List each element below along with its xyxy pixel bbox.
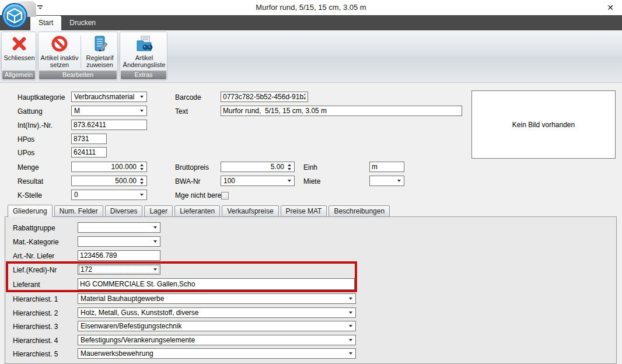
spinner-up-icon[interactable] bbox=[140, 164, 144, 166]
label-upos: UPos bbox=[18, 149, 34, 157]
regietarif-zuweisen-button[interactable]: Regietarif zuweisen bbox=[82, 33, 118, 69]
dropdown-arrow-icon[interactable] bbox=[138, 191, 146, 199]
dropdown-arrow-icon[interactable] bbox=[151, 237, 159, 246]
spinner-up-icon[interactable] bbox=[140, 178, 144, 180]
folder-binoculars-icon bbox=[135, 34, 153, 53]
field-miete[interactable] bbox=[369, 176, 404, 186]
ribbon-group-allgemein-caption: Allgemein bbox=[2, 71, 35, 79]
tab-num-felder[interactable]: Num. Felder bbox=[54, 205, 103, 217]
tab-diverses[interactable]: Diverses bbox=[105, 205, 143, 217]
label-bruttopreis: Bruttopreis bbox=[175, 163, 209, 172]
field-hierarchiest-5-value: Mauerwerksbewehrung bbox=[81, 349, 153, 358]
field-menge[interactable]: 100.000 bbox=[71, 162, 147, 172]
artikel-aenderungsliste-button[interactable]: Artikel Änderungsliste bbox=[120, 33, 168, 69]
ribbon: Schliessen Allgemein Artikel inaktiv set… bbox=[0, 30, 622, 83]
field-hierarchiest-1-value: Material Bauhauptgewerbe bbox=[81, 295, 164, 303]
field-hauptkategorie-value: Verbrauchsmaterial bbox=[74, 93, 134, 101]
label-mge-nicht-berec: Mge nicht berec bbox=[175, 191, 225, 200]
dropdown-arrow-icon[interactable] bbox=[285, 177, 293, 185]
field-lief-kredi-nr[interactable]: 172 bbox=[78, 264, 160, 275]
field-gattung-value: M bbox=[74, 107, 80, 115]
close-window-button[interactable]: ✕ bbox=[603, 1, 617, 14]
field-hierarchiest-3[interactable]: Eisenwaren/Befestigungstechnik bbox=[78, 321, 356, 331]
field-hierarchiest-5[interactable]: Mauerwerksbewehrung bbox=[78, 348, 356, 359]
field-art-nr-liefer[interactable] bbox=[78, 250, 160, 261]
image-placeholder-text: Kein Bild vorhanden bbox=[512, 121, 575, 129]
dropdown-arrow-icon[interactable] bbox=[395, 177, 403, 185]
label-int-inv-nr: Int(Inv).-Nr. bbox=[18, 121, 53, 130]
field-lief-kredi-nr-value: 172 bbox=[81, 265, 92, 274]
ribbon-group-extras-caption: Extras bbox=[121, 71, 166, 79]
artikel-inaktiv-setzen-button[interactable]: Artikel inaktiv setzen bbox=[39, 33, 80, 69]
field-gattung[interactable]: M bbox=[71, 106, 147, 116]
field-hierarchiest-1[interactable]: Material Bauhauptgewerbe bbox=[78, 293, 356, 304]
app-window: Murfor rund, 5/15, 15 cm, 3.05 m ✕ Start… bbox=[0, 0, 622, 364]
spinner-down-icon[interactable] bbox=[140, 182, 144, 184]
field-int-inv-nr[interactable] bbox=[71, 120, 147, 130]
field-k-stelle[interactable]: 0 bbox=[71, 190, 147, 200]
field-einh[interactable] bbox=[369, 162, 404, 172]
ribbon-group-bearbeiten-caption: Bearbeiten bbox=[39, 71, 117, 79]
field-mat-kategorie[interactable] bbox=[78, 236, 160, 247]
artikel-inaktiv-setzen-label: Artikel inaktiv setzen bbox=[39, 54, 80, 68]
field-upos[interactable] bbox=[71, 147, 107, 158]
tab-verkaufspreise[interactable]: Verkaufspreise bbox=[222, 205, 278, 217]
label-gattung: Gattung bbox=[18, 107, 43, 116]
dropdown-arrow-icon[interactable] bbox=[347, 336, 355, 344]
field-text[interactable] bbox=[221, 106, 462, 116]
tab-gliederung[interactable]: Gliederung bbox=[8, 205, 53, 217]
field-hauptkategorie[interactable]: Verbrauchsmaterial bbox=[71, 92, 147, 102]
tab-preise-mat[interactable]: Preise MAT bbox=[281, 205, 327, 217]
dropdown-arrow-icon[interactable] bbox=[347, 295, 355, 303]
notebook-pencil-icon bbox=[90, 34, 109, 53]
tab-beschreibungen[interactable]: Beschreibungen bbox=[329, 205, 390, 217]
spinner-down-icon[interactable] bbox=[288, 168, 291, 170]
tab-lieferanten[interactable]: Lieferanten bbox=[174, 205, 220, 217]
label-hpos: HPos bbox=[18, 135, 34, 144]
dropdown-arrow-icon[interactable] bbox=[151, 265, 159, 274]
field-hpos[interactable] bbox=[71, 134, 107, 144]
schliessen-button[interactable]: Schliessen bbox=[2, 33, 37, 69]
app-logo-icon[interactable] bbox=[1, 2, 28, 29]
field-barcode[interactable] bbox=[221, 92, 308, 102]
field-menge-value: 100.000 bbox=[74, 163, 137, 171]
dropdown-arrow-icon[interactable] bbox=[347, 322, 355, 330]
mge-nicht-berec-checkbox[interactable] bbox=[221, 192, 229, 200]
artikel-aenderungsliste-label: Artikel Änderungsliste bbox=[120, 54, 168, 68]
field-bruttopreis[interactable]: 5.00 bbox=[221, 162, 295, 172]
spinner-icons bbox=[138, 176, 145, 186]
window-title: Murfor rund, 5/15, 15 cm, 3.05 m bbox=[0, 3, 622, 12]
dropdown-arrow-icon[interactable] bbox=[138, 93, 146, 101]
field-lieferant[interactable] bbox=[78, 278, 355, 290]
ribbon-group-extras: Artikel Änderungsliste Extras bbox=[120, 32, 167, 80]
label-barcode: Barcode bbox=[175, 93, 201, 102]
field-hierarchiest-4-value: Befestigungs/Verankerungselemente bbox=[81, 336, 195, 344]
regietarif-zuweisen-label: Regietarif zuweisen bbox=[82, 54, 118, 68]
label-einh: Einh bbox=[303, 163, 317, 172]
label-text: Text bbox=[175, 107, 188, 116]
ribbon-tab-bar: Start Drucken bbox=[0, 15, 622, 30]
dropdown-arrow-icon[interactable] bbox=[151, 223, 159, 232]
tab-lager[interactable]: Lager bbox=[144, 205, 173, 217]
field-hierarchiest-4[interactable]: Befestigungs/Verankerungselemente bbox=[78, 335, 356, 345]
ribbon-tab-drucken[interactable]: Drucken bbox=[61, 16, 104, 30]
field-rabattgruppe[interactable] bbox=[78, 222, 160, 233]
label-bwa-nr: BWA-Nr bbox=[175, 177, 201, 186]
label-hierarchiest-3: Hierarchiest. 3 bbox=[13, 323, 58, 331]
label-miete: Miete bbox=[303, 177, 320, 186]
field-bwa-nr[interactable]: 100 bbox=[221, 176, 295, 186]
dropdown-arrow-icon[interactable] bbox=[347, 309, 355, 317]
field-hierarchiest-2[interactable]: Holz, Metall, Guss, Kunststoff, diverse bbox=[78, 307, 356, 318]
schliessen-button-label: Schliessen bbox=[4, 54, 34, 61]
spinner-down-icon[interactable] bbox=[140, 168, 144, 170]
field-resultat[interactable]: 500.00 bbox=[71, 176, 147, 186]
label-lief-kredi-nr: Lief.(Kredi)-Nr bbox=[13, 266, 57, 274]
dropdown-arrow-icon[interactable] bbox=[138, 107, 146, 115]
field-k-stelle-value: 0 bbox=[74, 191, 78, 199]
no-entry-icon bbox=[50, 34, 69, 53]
dropdown-arrow-icon[interactable] bbox=[347, 349, 355, 358]
ribbon-tab-start[interactable]: Start bbox=[30, 16, 61, 30]
ribbon-group-allgemein: Schliessen Allgemein bbox=[1, 32, 36, 80]
spinner-up-icon[interactable] bbox=[288, 164, 291, 166]
ribbon-button-separator bbox=[81, 36, 81, 68]
